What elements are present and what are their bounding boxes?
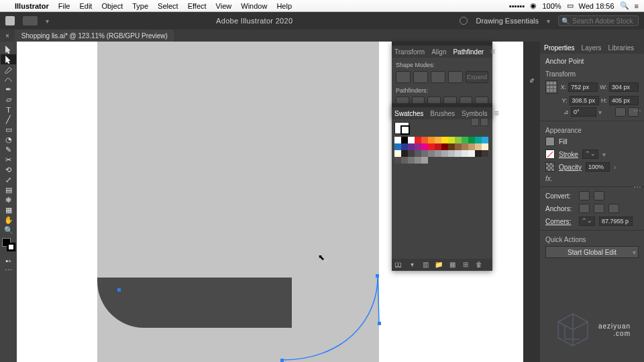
swatch-color[interactable] — [482, 137, 488, 143]
menu-file[interactable]: File — [58, 2, 70, 10]
pen-tool[interactable] — [1, 64, 16, 74]
swatch-color[interactable] — [408, 157, 415, 164]
convert-corner-icon[interactable] — [579, 191, 590, 200]
tab-layers[interactable]: Layers — [582, 44, 602, 52]
swatch-color[interactable] — [401, 150, 408, 157]
intersect-button[interactable] — [431, 71, 445, 83]
swatch-color[interactable] — [394, 157, 401, 164]
swatch-color[interactable] — [482, 143, 488, 150]
swatch-color[interactable] — [462, 137, 468, 143]
swatch-color[interactable] — [455, 137, 462, 143]
options-icon[interactable]: ▥ — [421, 261, 429, 269]
corners-label[interactable]: Corners: — [545, 218, 575, 225]
gradient-tool[interactable]: ▤ — [1, 185, 16, 195]
tab-symbols[interactable]: Symbols — [462, 110, 487, 117]
swatch-color[interactable] — [394, 137, 401, 143]
minus-front-button[interactable] — [413, 71, 428, 83]
arrange-docs-icon[interactable] — [23, 16, 38, 25]
list-view-icon[interactable] — [471, 118, 479, 126]
stroke-label[interactable]: Stroke — [559, 151, 578, 158]
swatch-color[interactable] — [435, 137, 441, 143]
swatch-color[interactable] — [448, 143, 455, 150]
direct-selection-tool[interactable] — [1, 54, 16, 64]
swatch-color[interactable] — [441, 150, 448, 157]
fill-stroke-icon[interactable] — [394, 122, 409, 134]
tab-pathfinder[interactable]: Pathfinder — [453, 48, 484, 56]
remove-anchor-icon[interactable] — [579, 204, 590, 213]
swatch-color[interactable] — [428, 137, 435, 143]
swatch-color[interactable] — [415, 150, 421, 157]
swatch-color[interactable] — [448, 137, 455, 143]
flip-h-icon[interactable] — [615, 107, 626, 117]
y-input[interactable] — [570, 96, 599, 105]
swatch-color[interactable] — [421, 150, 428, 157]
swatch-color[interactable] — [421, 157, 428, 164]
artboard-tool[interactable]: ▦ — [1, 205, 16, 215]
swatch-color[interactable] — [468, 150, 475, 157]
swatch-color[interactable] — [421, 137, 428, 143]
swatch-color[interactable] — [408, 150, 415, 157]
exclude-button[interactable] — [448, 71, 463, 83]
h-input[interactable] — [609, 96, 639, 105]
new-icon[interactable]: ⊞ — [462, 261, 470, 269]
convert-smooth-icon[interactable] — [594, 191, 604, 200]
corners-input[interactable] — [599, 217, 633, 226]
angle-input[interactable] — [571, 107, 596, 117]
swatch-color[interactable] — [421, 143, 428, 150]
tab-libraries[interactable]: Libraries — [608, 44, 634, 52]
curvature-tool[interactable] — [1, 74, 16, 84]
hand-tool[interactable]: ✋ — [1, 215, 16, 225]
swatch-color[interactable] — [401, 143, 408, 150]
tips-icon[interactable] — [460, 17, 468, 25]
swatch-color[interactable] — [462, 150, 468, 157]
swatch-color[interactable] — [475, 143, 482, 150]
siri-icon[interactable]: ≡ — [635, 2, 639, 10]
search-input[interactable]: 🔍Search Adobe Stock — [558, 15, 639, 26]
wifi-icon[interactable]: ◉ — [530, 1, 537, 10]
corner-stepper-icon[interactable]: ⌃⌄ — [579, 217, 595, 226]
close-tab-icon[interactable]: × — [0, 32, 15, 40]
tab-properties[interactable]: Properties — [544, 44, 575, 52]
swatch-color[interactable] — [468, 137, 475, 143]
spotlight-icon[interactable]: 🔍 — [620, 1, 629, 10]
swatch-color[interactable] — [455, 150, 462, 157]
fx-label[interactable]: fx. — [545, 175, 639, 182]
menu-object[interactable]: Object — [101, 2, 123, 10]
bezier-icon[interactable]: ⸙ — [527, 75, 537, 84]
scissors-tool[interactable]: ✂ — [1, 155, 16, 165]
swatch-color[interactable] — [482, 150, 488, 157]
tab-transform[interactable]: Transform — [394, 48, 425, 56]
start-global-edit-button[interactable]: Start Global Edit▾ — [545, 246, 639, 258]
anchor-handle[interactable] — [376, 274, 379, 278]
draw-mode[interactable]: ▪▫ — [1, 255, 16, 265]
show-kind-icon[interactable]: ▾ — [408, 261, 416, 269]
more-tools[interactable]: ⋯ — [1, 265, 16, 276]
artwork-dark-shape[interactable] — [97, 278, 292, 328]
swatch-color[interactable] — [462, 143, 468, 150]
chevron-down-icon[interactable]: ▾ — [46, 17, 49, 25]
reference-point-picker[interactable] — [545, 80, 557, 94]
more-options-icon[interactable]: ⋯ — [633, 182, 641, 192]
swatch-color[interactable] — [475, 137, 482, 143]
swatch-color[interactable] — [428, 143, 435, 150]
menu-type[interactable]: Type — [132, 2, 148, 10]
workspace-switcher[interactable]: Drawing Essentials — [476, 17, 539, 25]
zoom-tool[interactable]: 🔍 — [1, 225, 16, 235]
panel-menu-icon[interactable]: ≡ — [494, 109, 498, 118]
selected-path[interactable] — [275, 274, 396, 362]
fill-stroke-control[interactable] — [2, 238, 15, 251]
menu-effect[interactable]: Effect — [188, 2, 207, 10]
swatch-color[interactable] — [435, 143, 441, 150]
new-group-icon[interactable]: 📁 — [435, 261, 443, 269]
type-tool[interactable]: T — [1, 105, 16, 115]
rectangle-tool[interactable]: ▭ — [1, 125, 16, 135]
swatch-color[interactable] — [415, 137, 421, 143]
symbol-tool[interactable]: ❋ — [1, 195, 16, 205]
new-swatch-icon[interactable]: ▦ — [448, 261, 456, 269]
swatch-color[interactable] — [408, 137, 415, 143]
swatch-color[interactable] — [441, 137, 448, 143]
brush-tool[interactable]: ✒ — [1, 84, 16, 95]
add-anchor-icon[interactable] — [594, 204, 604, 213]
swatch-color[interactable] — [435, 150, 441, 157]
swatch-color[interactable] — [475, 150, 482, 157]
